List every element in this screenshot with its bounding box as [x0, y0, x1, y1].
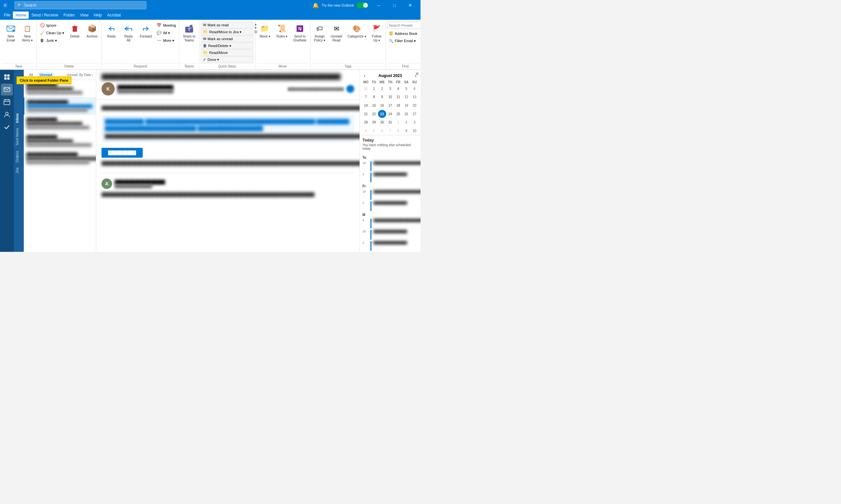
email-item-4[interactable]: ████████████ ████████████████████ ██████…	[24, 132, 96, 150]
send-to-onenote-button[interactable]: N Send toOneNote	[291, 22, 309, 44]
forward-button[interactable]: Forward	[137, 22, 154, 40]
cal-day-29[interactable]: 29	[370, 118, 378, 126]
cal-day-2-next[interactable]: 2	[402, 118, 411, 126]
cleanup-button[interactable]: 🧹 Clean Up ▾	[38, 29, 66, 37]
assign-policy-button[interactable]: 🏷 AssignPolicy ▾	[312, 22, 328, 44]
email-item-3[interactable]: ████████████ ████████████████████████ ██…	[24, 115, 96, 132]
unread-read-button[interactable]: ✉ Unread/Read	[328, 22, 345, 44]
new-items-button[interactable]: 📋 NewItems ▾	[20, 22, 35, 44]
nav-outlook-button[interactable]	[1, 71, 13, 83]
cal-day-24[interactable]: 24	[386, 110, 394, 118]
cal-day-8[interactable]: 8	[370, 93, 378, 102]
new-outlook-toggle[interactable]	[357, 2, 368, 8]
cal-day-20[interactable]: 20	[410, 102, 418, 110]
ignore-button[interactable]: 🚫 Ignore	[38, 22, 66, 29]
cal-day-17[interactable]: 17	[386, 102, 394, 110]
menu-acrobat[interactable]: Acrobat	[104, 12, 123, 19]
cal-day-6-next[interactable]: 6	[378, 127, 386, 135]
cal-day-5-next[interactable]: 5	[370, 127, 378, 135]
nav-people-button[interactable]	[1, 109, 13, 121]
menu-file[interactable]: File	[1, 12, 13, 19]
cal-day-7-next[interactable]: 7	[386, 127, 394, 135]
cal-day-1[interactable]: 1	[370, 85, 378, 93]
notification-icon[interactable]: 🔔	[312, 2, 319, 8]
nav-tasks-button[interactable]	[1, 121, 13, 133]
cal-day-8-next[interactable]: 8	[394, 127, 402, 135]
menu-home[interactable]: Home	[13, 12, 29, 19]
search-people-input[interactable]	[387, 22, 420, 29]
cal-day-10-next[interactable]: 10	[410, 127, 418, 135]
folder-tab-sent[interactable]: Sent Items	[14, 125, 23, 148]
close-button[interactable]: ✕	[403, 0, 418, 11]
cal-day-27[interactable]: 27	[410, 110, 418, 118]
cal-day-12[interactable]: 12	[402, 93, 411, 102]
menu-help[interactable]: Help	[91, 12, 105, 19]
email-item-5[interactable]: ████████████████████ ███████████████████…	[24, 150, 96, 167]
qs-read-move-jira[interactable]: 📁 Read/Move to Jira ▾	[201, 29, 253, 35]
reply-button[interactable]: Reply	[103, 22, 120, 40]
cal-day-3[interactable]: 3	[386, 85, 394, 93]
qs-read-move[interactable]: 📁 Read/Move	[201, 49, 253, 56]
email-item-2[interactable]: ████████████████ ███████████████████████…	[24, 97, 96, 115]
junk-button[interactable]: 🗑 Junk ▾	[38, 37, 66, 44]
cal-day-4-next[interactable]: 4	[362, 127, 370, 135]
folder-tab-outbox[interactable]: Outbox	[14, 148, 23, 165]
cal-day-5[interactable]: 5	[402, 85, 411, 93]
cal-day-30[interactable]: 30	[378, 118, 386, 126]
new-email-button[interactable]: NewEmail	[3, 22, 19, 44]
minimize-button[interactable]: ─	[371, 0, 386, 11]
cal-day-7[interactable]: 7	[362, 93, 370, 102]
cal-day-15[interactable]: 15	[370, 102, 378, 110]
folder-tab-inbox[interactable]: Inbox	[14, 111, 23, 125]
folder-tab-jira[interactable]: Jira	[14, 165, 23, 176]
calendar-close-button[interactable]: ✕	[415, 71, 419, 76]
cal-day-26[interactable]: 26	[402, 110, 411, 118]
address-book-button[interactable]: 📒 Address Book	[387, 30, 419, 37]
qs-mark-as-read[interactable]: ✉ Mark as read	[201, 22, 253, 28]
qs-done[interactable]: ✓ Done ▾	[201, 56, 253, 63]
cal-day-9[interactable]: 9	[378, 93, 386, 102]
cal-day-14[interactable]: 14	[362, 102, 370, 110]
cal-day-6[interactable]: 6	[410, 85, 418, 93]
cal-day-25[interactable]: 25	[394, 110, 402, 118]
archive-button[interactable]: 📦 Archive	[84, 22, 100, 40]
cal-day-9-next[interactable]: 9	[402, 127, 411, 135]
cal-day-1-next[interactable]: 1	[394, 118, 402, 126]
cal-day-11[interactable]: 11	[394, 93, 402, 102]
share-to-teams-button[interactable]: T Share toTeams	[181, 22, 198, 44]
cal-day-23-today[interactable]: 23	[378, 110, 386, 118]
cal-day-31[interactable]: 31	[386, 118, 394, 126]
filter-email-button[interactable]: 🔍 Filter Email ▾	[387, 38, 417, 44]
follow-up-button[interactable]: 🚩 FollowUp ▾	[369, 22, 384, 44]
cal-day-22[interactable]: 22	[370, 110, 378, 118]
qs-read-delete[interactable]: 🗑 Read/Delete ▾	[201, 42, 253, 49]
cal-day-10[interactable]: 10	[386, 93, 394, 102]
move-button[interactable]: 📁 Move ▾	[257, 22, 273, 40]
delete-button[interactable]: Delete	[67, 22, 83, 40]
cal-day-16[interactable]: 16	[378, 102, 386, 110]
reading-pane-body[interactable]: ████████████████████████████████████████…	[96, 100, 360, 252]
more-respond-button[interactable]: ⋯ More ▾	[155, 37, 178, 44]
menu-view[interactable]: View	[78, 12, 91, 19]
title-search-bar[interactable]: 🔍 Search	[15, 1, 146, 9]
cal-day-3-next[interactable]: 3	[410, 118, 418, 126]
expand-folder-pane-tooltip[interactable]: Click to expand Folder Pane	[16, 76, 71, 84]
cal-day-18[interactable]: 18	[394, 102, 402, 110]
cal-day-31-prev[interactable]: 31	[362, 85, 370, 93]
qs-mark-unread[interactable]: ✉ Mark as unread	[201, 36, 253, 42]
folder-pane[interactable]: Click to expand Folder Pane Inbox Sent I…	[14, 70, 24, 252]
nav-calendar-button[interactable]	[1, 96, 13, 108]
cal-prev-button[interactable]: ‹	[362, 72, 367, 79]
cta-button[interactable]: ██████████	[102, 148, 143, 158]
nav-mail-button[interactable]	[1, 84, 13, 95]
categorize-button[interactable]: 🎨 Categorize ▾	[345, 22, 368, 40]
menu-send-receive[interactable]: Send / Receive	[29, 12, 61, 19]
cal-day-28[interactable]: 28	[362, 118, 370, 126]
reply-all-button[interactable]: ReplyAll	[120, 22, 137, 44]
maximize-button[interactable]: □	[387, 0, 402, 11]
sort-filter[interactable]: Unread: By Date ↓	[67, 73, 93, 77]
cal-day-4[interactable]: 4	[394, 85, 402, 93]
cal-day-19[interactable]: 19	[402, 102, 411, 110]
cal-day-13[interactable]: 13	[410, 93, 418, 102]
cal-day-2[interactable]: 2	[378, 85, 386, 93]
